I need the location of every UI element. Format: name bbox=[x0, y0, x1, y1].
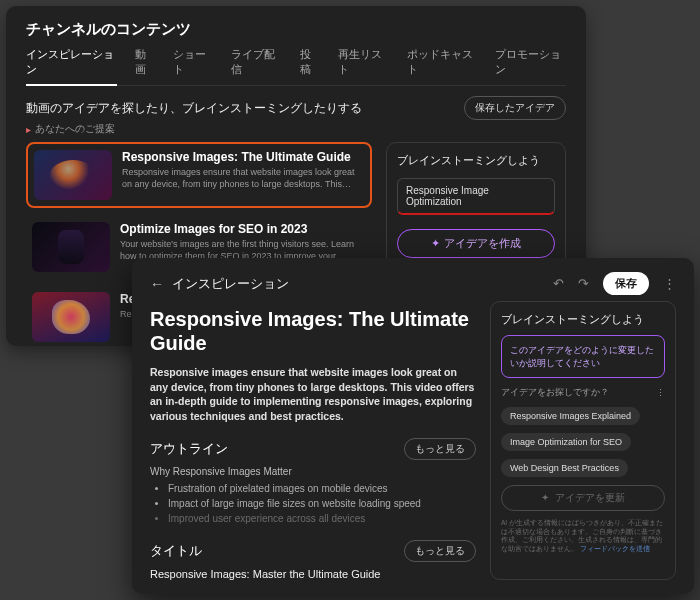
brainstorm-side-panel: ブレインストーミングしよう このアイデアをどのように変更したいか説明してください… bbox=[490, 301, 676, 580]
title-section-heading: タイトル bbox=[150, 542, 202, 560]
subheading: 動画のアイデアを探したり、ブレインストーミングしたりする bbox=[26, 100, 362, 117]
suggestion-chip[interactable]: Image Optimization for SEO bbox=[501, 433, 631, 451]
generate-label: アイデアを作成 bbox=[444, 237, 521, 249]
update-label: アイデアを更新 bbox=[555, 492, 625, 503]
tab-playlists[interactable]: 再生リスト bbox=[338, 45, 388, 79]
idea-title: Optimize Images for SEO in 2023 bbox=[120, 222, 366, 236]
chevron-right-icon: ▸ bbox=[26, 124, 31, 135]
outline-list: Frustration of pixelated images on mobil… bbox=[168, 481, 476, 526]
outline-item: Improved user experience across all devi… bbox=[168, 511, 476, 526]
idea-thumbnail bbox=[32, 222, 110, 272]
tab-videos[interactable]: 動画 bbox=[135, 45, 155, 79]
tab-posts[interactable]: 投稿 bbox=[300, 45, 320, 79]
suggestions-label: ▸ あなたへのご提案 bbox=[26, 122, 566, 136]
tabs-bar: インスピレーション 動画 ショート ライブ配信 投稿 再生リスト ポッドキャスト… bbox=[26, 45, 566, 86]
inspiration-detail-window: ← インスピレーション ↶ ↷ 保存 ⋮ Responsive Images: … bbox=[132, 258, 694, 594]
brainstorm-input[interactable]: Responsive Image Optimization bbox=[397, 178, 555, 215]
tab-podcasts[interactable]: ポッドキャスト bbox=[407, 45, 478, 79]
feedback-link[interactable]: フィードバックを送信 bbox=[580, 545, 650, 552]
outline-item: Impact of large image file sizes on webs… bbox=[168, 496, 476, 511]
redo-icon[interactable]: ↷ bbox=[578, 276, 589, 291]
suggestion-chip[interactable]: Web Design Best Practices bbox=[501, 459, 628, 477]
page-title: チャンネルのコンテンツ bbox=[26, 20, 566, 39]
suggestion-chip[interactable]: Responsive Images Explained bbox=[501, 407, 640, 425]
sparkle-icon: ✦ bbox=[431, 237, 440, 249]
idea-q-text: アイデアをお探しですか？ bbox=[501, 386, 609, 399]
idea-thumbnail bbox=[34, 150, 112, 200]
tab-promotion[interactable]: プロモーション bbox=[495, 45, 566, 79]
idea-suggestions-label: アイデアをお探しですか？ ⋮ bbox=[501, 386, 665, 399]
subheader: 動画のアイデアを探したり、ブレインストーミングしたりする 保存したアイデア bbox=[26, 96, 566, 120]
tab-live[interactable]: ライブ配信 bbox=[231, 45, 281, 79]
outline-more-button[interactable]: もっと見る bbox=[404, 438, 476, 460]
suggestions-text: あなたへのご提案 bbox=[35, 122, 115, 136]
outline-item: Frustration of pixelated images on mobil… bbox=[168, 481, 476, 496]
saved-ideas-button[interactable]: 保存したアイデア bbox=[464, 96, 566, 120]
idea-desc: Responsive images ensure that website im… bbox=[122, 167, 364, 190]
sparkle-icon: ✦ bbox=[541, 492, 549, 503]
undo-icon[interactable]: ↶ bbox=[553, 276, 564, 291]
ai-disclaimer: AI が生成する情報にはばらつきがあり、不正確または不適切な場合もあります。ご自… bbox=[501, 519, 665, 553]
breadcrumb: インスピレーション bbox=[172, 275, 289, 293]
title-suggestion: Responsive Images: Master the Ultimate G… bbox=[150, 568, 476, 580]
detail-main: Responsive Images: The Ultimate Guide Re… bbox=[150, 301, 476, 580]
idea-lead: Responsive images ensure that website im… bbox=[150, 365, 476, 424]
idea-heading: Responsive Images: The Ultimate Guide bbox=[150, 307, 476, 355]
idea-edit-input[interactable]: このアイデアをどのように変更したいか説明してください bbox=[501, 335, 665, 378]
update-idea-button: ✦ アイデアを更新 bbox=[501, 485, 665, 511]
brainstorm-title: ブレインストーミングしよう bbox=[501, 312, 665, 327]
outline-heading: アウトライン bbox=[150, 440, 228, 458]
outline-subheading: Why Responsive Images Matter bbox=[150, 466, 476, 477]
tab-shorts[interactable]: ショート bbox=[173, 45, 213, 79]
more-icon[interactable]: ⋮ bbox=[663, 276, 676, 291]
back-arrow-icon[interactable]: ← bbox=[150, 276, 164, 292]
title-more-button[interactable]: もっと見る bbox=[404, 540, 476, 562]
idea-thumbnail bbox=[32, 292, 110, 342]
idea-card[interactable]: Responsive Images: The Ultimate Guide Re… bbox=[26, 142, 372, 208]
idea-title: Responsive Images: The Ultimate Guide bbox=[122, 150, 364, 164]
brainstorm-title: ブレインストーミングしよう bbox=[397, 153, 555, 168]
generate-idea-button[interactable]: ✦ アイデアを作成 bbox=[397, 229, 555, 258]
more-icon[interactable]: ⋮ bbox=[656, 388, 665, 398]
tab-inspiration[interactable]: インスピレーション bbox=[26, 45, 117, 86]
save-button[interactable]: 保存 bbox=[603, 272, 649, 295]
